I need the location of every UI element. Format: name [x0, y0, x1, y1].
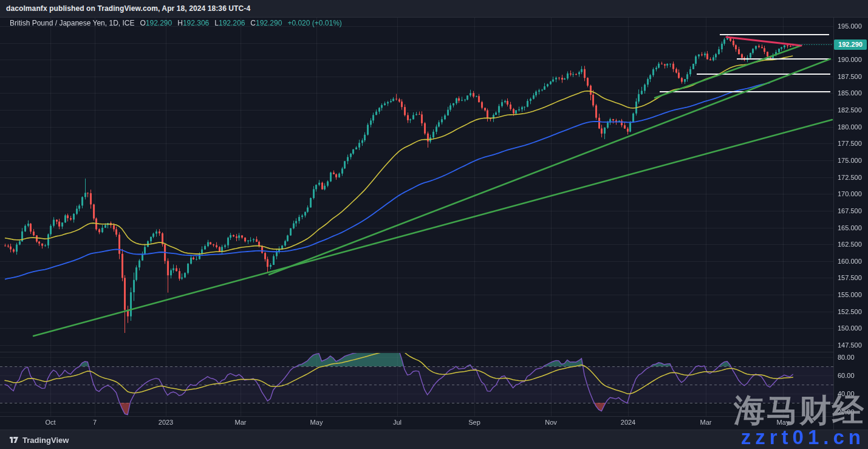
tradingview-wordmark: TradingView: [22, 436, 69, 445]
time-axis-label: 2023: [159, 419, 173, 426]
price-axis-label: 175.000: [838, 157, 862, 164]
time-axis-label: Mar: [235, 419, 247, 426]
time-axis-label: Oct: [45, 419, 55, 426]
price-axis-label: 80.00: [838, 354, 855, 361]
tradingview-logo[interactable]: TradingView: [10, 436, 69, 445]
price-axis-label: 152.500: [838, 308, 862, 315]
time-axis-label: 7: [93, 419, 97, 426]
low-label: L: [214, 19, 219, 27]
symbol-legend[interactable]: British Pound / Japanese Yen, 1D, ICEO19…: [10, 19, 342, 27]
chart-canvas[interactable]: [0, 0, 868, 449]
time-axis-label: May: [777, 419, 790, 426]
time-axis-label: Nov: [545, 419, 557, 426]
high-label: H: [177, 19, 183, 27]
panel-separator: [0, 352, 833, 352]
time-axis-label: Mar: [700, 419, 712, 426]
price-axis-label: 187.500: [838, 73, 862, 80]
price-axis-label: 195.000: [838, 22, 862, 30]
time-axis[interactable]: Oct72023MarMayJulSepNov2024MarMay: [0, 416, 833, 430]
open-label: O: [140, 19, 145, 27]
price-axis-label: 162.500: [838, 241, 862, 248]
price-axis-label: 147.500: [838, 341, 862, 349]
time-axis-label: Sep: [468, 419, 480, 426]
footer-bar: TradingView: [0, 430, 868, 449]
time-axis-label: Jul: [393, 419, 402, 426]
open-value: 192.290: [146, 19, 172, 27]
price-axis-label: 157.500: [838, 274, 862, 281]
price-axis-label: 20.00: [838, 408, 855, 416]
change-value: +0.020 (+0.01%): [287, 19, 341, 27]
price-axis-label: 185.000: [838, 89, 862, 97]
tradingview-icon: [10, 436, 19, 444]
high-value: 192.306: [183, 19, 209, 27]
price-axis-label: 172.500: [838, 174, 862, 181]
publish-info-bar: dacolmanfx published on TradingView.com,…: [0, 0, 868, 18]
price-axis-label: 177.500: [838, 140, 862, 147]
time-axis-label: 2024: [621, 419, 635, 426]
price-axis-label: 160.000: [838, 258, 862, 265]
price-axis-label: 40.00: [838, 390, 855, 397]
price-axis[interactable]: 195.000190.000187.500185.000182.500180.0…: [833, 17, 868, 430]
close-value: 192.290: [256, 19, 282, 27]
time-axis-label: May: [310, 419, 323, 426]
price-axis-label: 155.000: [838, 291, 862, 298]
price-axis-label: 170.000: [838, 190, 862, 197]
price-axis-label: 182.500: [838, 106, 862, 114]
price-axis-label: 60.00: [838, 372, 855, 379]
price-axis-label: 190.000: [838, 56, 862, 63]
price-axis-label: 165.000: [838, 224, 862, 231]
last-price-badge: 192.290: [834, 39, 867, 50]
low-value: 192.206: [219, 19, 245, 27]
symbol-title: British Pound / Japanese Yen, 1D, ICE: [10, 19, 134, 27]
price-axis-label: 167.500: [838, 207, 862, 214]
price-axis-label: 150.000: [838, 324, 862, 332]
price-axis-label: 180.000: [838, 123, 862, 131]
close-label: C: [250, 19, 256, 27]
publish-info-text: dacolmanfx published on TradingView.com,…: [6, 4, 250, 13]
